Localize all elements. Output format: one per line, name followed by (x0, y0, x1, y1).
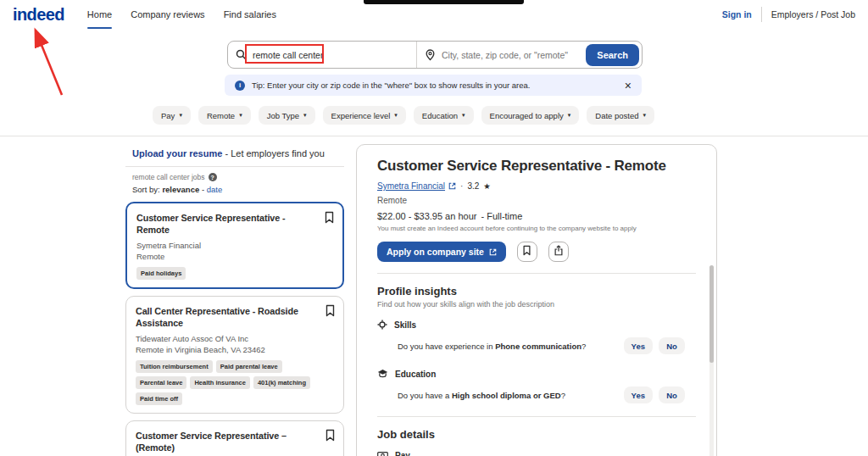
help-icon[interactable]: ? (209, 173, 217, 181)
upload-resume-link[interactable]: Upload your resume (132, 148, 222, 158)
job-tags: Paid holidays (136, 267, 333, 280)
filter-label: Education (422, 111, 458, 120)
what-input[interactable] (253, 50, 409, 60)
yes-no-group: Yes No (624, 386, 685, 403)
tip-text: Tip: Enter your city or zip code in the … (252, 81, 531, 90)
profile-insights-subtitle: Find out how your skills align with the … (377, 300, 696, 309)
job-detail-panel: Customer Service Representative - Remote… (356, 144, 717, 456)
filter-label: Job Type (267, 111, 299, 120)
close-icon[interactable]: × (625, 80, 632, 92)
scrollbar-thumb[interactable] (709, 265, 714, 363)
apply-button[interactable]: Apply on company site (377, 242, 506, 262)
job-tag: Health insurance (190, 376, 249, 389)
filter-pill-date-posted[interactable]: Date posted▾ (587, 106, 654, 125)
company-name: Symetra Financial (377, 181, 445, 191)
bookmark-icon (522, 245, 531, 259)
filter-pill-job-type[interactable]: Job Type▾ (259, 106, 315, 125)
apply-note: You must create an Indeed account before… (377, 225, 696, 232)
sort-separator: - (202, 185, 204, 194)
skills-section-header: Skills (377, 320, 696, 330)
bookmark-icon (325, 431, 336, 444)
sort-by-label: Sort by: (132, 185, 160, 194)
tab-find-salaries[interactable]: Find salaries (214, 0, 286, 29)
screenshot-artifact (364, 0, 524, 4)
job-type: - Full-time (481, 211, 522, 221)
results-count-line: remote call center jobs ? (125, 173, 344, 181)
education-no-button[interactable]: No (659, 386, 685, 403)
skills-no-button[interactable]: No (659, 337, 685, 354)
nav-right: Sign in Employers / Post Job (722, 0, 855, 29)
filter-pill-education[interactable]: Education▾ (414, 106, 474, 125)
chevron-down-icon: ▾ (303, 112, 307, 119)
upload-resume-line: Upload your resume - Let employers find … (125, 146, 344, 167)
apply-button-label: Apply on company site (387, 247, 484, 257)
pay-row: Pay (377, 450, 696, 456)
education-question-row: Do you have a High school diploma or GED… (398, 386, 685, 403)
search-icon (236, 49, 247, 60)
sort-relevance-link[interactable]: relevance (162, 185, 199, 194)
sort-line: Sort by: relevance - date (125, 185, 344, 194)
job-tag: Paid parental leave (216, 360, 282, 373)
bookmark-icon (324, 214, 335, 226)
where-field (416, 42, 583, 68)
tab-company-reviews[interactable]: Company reviews (121, 0, 214, 29)
job-details-title: Job details (377, 428, 696, 441)
chevron-down-icon: ▾ (643, 112, 647, 119)
chevron-down-icon: ▾ (568, 112, 571, 119)
search-button[interactable]: Search (586, 44, 639, 66)
job-tag: Paid holidays (136, 267, 186, 280)
pay-label: Pay (395, 451, 410, 456)
indeed-logo[interactable]: indeed (13, 5, 64, 25)
share-button[interactable] (548, 242, 569, 262)
skills-question-row: Do you have experience in Phone communic… (398, 337, 685, 354)
filter-label: Date posted (595, 111, 638, 120)
tip-banner: i Tip: Enter your city or zip code in th… (225, 75, 642, 96)
save-job-button[interactable] (517, 242, 537, 262)
job-tag: Tuition reimbursement (136, 360, 213, 373)
where-input[interactable] (442, 50, 576, 60)
job-card[interactable]: Call Center Representative - Roadside As… (125, 296, 344, 414)
rating-value: 3.2 (467, 181, 479, 191)
save-job-button[interactable] (325, 304, 336, 320)
job-detail-header: Customer Service Representative - Remote… (357, 145, 716, 274)
job-company: Symetra Financial (136, 241, 333, 250)
company-link[interactable]: Symetra Financial (377, 181, 456, 191)
filter-label: Experience level (331, 111, 391, 120)
job-location: Remote in Virginia Beach, VA 23462 (136, 345, 334, 354)
skills-yes-button[interactable]: Yes (624, 337, 653, 354)
yes-no-group: Yes No (624, 337, 685, 354)
what-field (228, 42, 416, 68)
company-row: Symetra Financial · 3.2 ★ (377, 181, 696, 191)
filter-label: Pay (161, 111, 175, 120)
rating-separator: · (460, 181, 463, 191)
job-list-panel: Upload your resume - Let employers find … (125, 146, 344, 456)
filter-pill-remote[interactable]: Remote▾ (198, 106, 251, 125)
nav-divider (761, 7, 762, 22)
education-yes-button[interactable]: Yes (624, 386, 653, 403)
chevron-down-icon: ▾ (394, 112, 398, 119)
filter-label: Encouraged to apply (490, 111, 564, 120)
job-card[interactable]: Customer Service Representative - Remote… (125, 202, 344, 289)
filter-bar: Pay▾ Remote▾ Job Type▾ Experience level▾… (153, 106, 654, 125)
job-tag: 401(k) matching (253, 376, 310, 389)
skills-question: Do you have experience in Phone communic… (398, 342, 624, 351)
results-label: remote call center jobs (132, 173, 205, 181)
filter-pill-encouraged-to-apply[interactable]: Encouraged to apply▾ (481, 106, 580, 125)
sort-date-link[interactable]: date (207, 185, 223, 194)
filter-pill-pay[interactable]: Pay▾ (153, 106, 191, 125)
job-card[interactable]: Customer Service Representative – (Remot… (125, 420, 344, 456)
compensation-line: $22.00 - $33.95 an hour - Full-time (377, 211, 696, 221)
tab-home[interactable]: Home (78, 0, 121, 29)
filter-pill-experience-level[interactable]: Experience level▾ (323, 106, 406, 125)
detail-job-title: Customer Service Representative - Remote (377, 158, 696, 175)
chevron-down-icon: ▾ (179, 112, 182, 119)
top-nav: indeed Home Company reviews Find salarie… (0, 0, 868, 29)
external-link-icon (489, 248, 497, 256)
sign-in-link[interactable]: Sign in (722, 9, 752, 19)
pay-icon (377, 450, 388, 456)
save-job-button[interactable] (325, 429, 336, 444)
job-location: Remote (136, 252, 333, 261)
job-tag: Paid time off (136, 392, 182, 405)
save-job-button[interactable] (324, 211, 335, 226)
employers-post-job-link[interactable]: Employers / Post Job (771, 9, 855, 19)
